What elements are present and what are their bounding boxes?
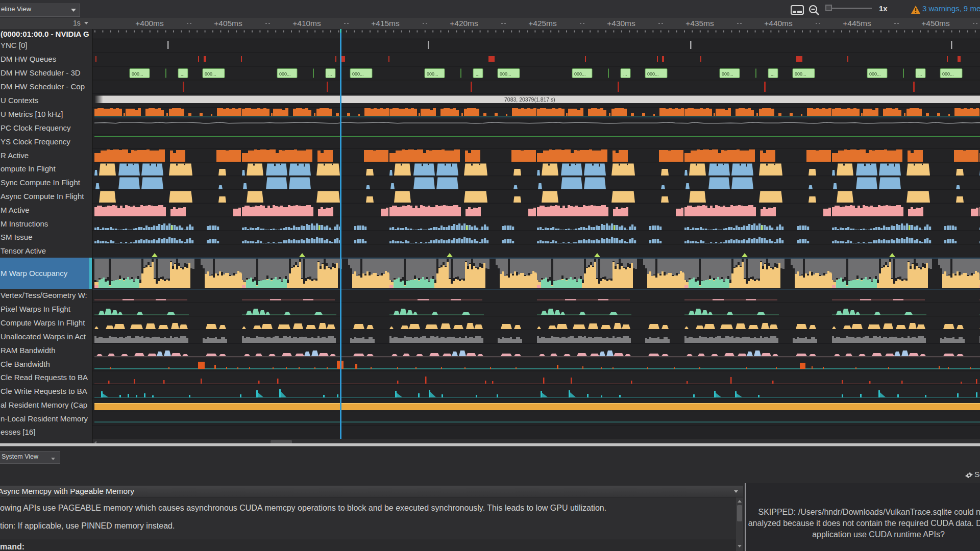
svg-text:...: ...	[918, 71, 922, 77]
svg-text:000...: 000...	[942, 71, 954, 77]
svg-text:...: ...	[623, 71, 627, 77]
svg-text:000...: 000...	[647, 71, 659, 77]
svg-text:000...: 000...	[352, 71, 364, 77]
svg-text:...: ...	[328, 71, 332, 77]
svg-text:000...: 000...	[132, 71, 143, 77]
svg-text:000...: 000...	[722, 71, 733, 77]
svg-text:000...: 000...	[279, 71, 291, 77]
svg-text:000...: 000...	[795, 71, 806, 77]
svg-text:...: ...	[771, 71, 775, 77]
svg-text:7083, 20379(1.817 s): 7083, 20379(1.817 s)	[504, 96, 555, 103]
svg-text:000...: 000...	[205, 71, 216, 77]
svg-text:000...: 000...	[500, 71, 511, 77]
svg-text:...: ...	[476, 71, 480, 77]
svg-text:000...: 000...	[574, 71, 586, 77]
svg-text:000...: 000...	[869, 71, 881, 77]
svg-text:000...: 000...	[427, 71, 438, 77]
svg-text:...: ...	[181, 71, 185, 77]
